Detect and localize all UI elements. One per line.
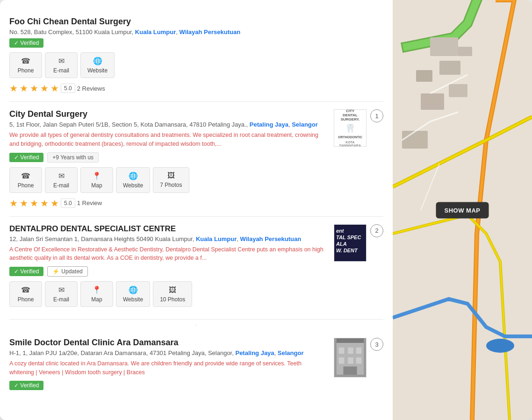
rating-row: ★ ★ ★ ★ ★ 5.0 2 Reviews [9,83,383,94]
map-label: Map [91,182,102,189]
phone-icon: ☎ [21,171,30,180]
svg-rect-9 [337,338,364,343]
verified-badge: ✓ Verified [9,153,43,162]
verified-badge: ✓ Verified [9,267,43,276]
email-icon: ✉ [58,285,65,294]
svg-rect-14 [416,70,432,82]
show-map-button[interactable]: SHOW MAP [436,202,489,218]
star-3: ★ [30,83,38,94]
listings-panel: Foo Chi Chean Dental Surgery No. 528, Ba… [0,0,393,420]
address-link-city[interactable]: Petaling Jaya [235,349,274,356]
thumb-line4: W. DENT [336,247,364,254]
map-button[interactable]: 📍Map [80,167,113,193]
svg-rect-13 [439,61,460,75]
photos-icon: 🖼 [167,171,175,180]
phone-button[interactable]: ☎Phone [9,52,42,78]
svg-rect-17 [449,84,467,97]
verified-badge: ✓ Verified [9,38,43,48]
address-link-region[interactable]: Selangor [278,349,304,356]
thumb-line2: TAL SPEC [336,234,364,241]
listing-number: 2 [370,224,383,237]
website-label: Website [123,296,143,303]
listing-description: We provide all types of general dentistr… [9,131,327,149]
star-1: ★ [9,198,18,209]
address-link-region[interactable]: Wilayah Persekutuan [179,28,240,36]
thumb-line1: ent [336,228,364,234]
star-5: ★ [50,83,59,94]
svg-rect-16 [421,93,444,110]
star-4: ★ [40,83,49,94]
phone-icon: ☎ [21,57,30,65]
star-2: ★ [20,198,28,209]
phone-button[interactable]: ☎Phone [9,167,42,193]
email-button[interactable]: ✉E-mail [45,52,78,78]
listing-number: 3 [370,338,383,351]
address-link-region[interactable]: Selangor [292,121,318,128]
map-panel: SHOW MAP [393,0,532,420]
action-buttons: ☎Phone ✉E-mail 📍Map 🌐Website 🖼10 Photos [9,281,327,307]
photos-button[interactable]: 🖼10 Photos [153,281,192,307]
website-button[interactable]: 🌐Website [80,52,115,78]
listing-foo-chi: Foo Chi Chean Dental Surgery No. 528, Ba… [9,9,383,102]
address-link-city[interactable]: Kuala Lumpur [196,235,237,242]
email-button[interactable]: ✉E-mail [45,167,78,193]
listing-description: A cozy dental clinic located in Ara Dama… [9,359,327,377]
listing-smile-doctor: 3 Smile Doctor Dental Clinic Ara Damansa… [9,330,383,402]
badges: ✓ Verified +9 Years with us [9,152,327,163]
svg-rect-15 [458,47,472,56]
map-button[interactable]: 📍Map [80,281,113,307]
photos-button[interactable]: 🖼7 Photos [153,167,189,193]
address-link-city[interactable]: Petaling Jaya [250,121,288,128]
map-icon: 📍 [92,285,101,294]
website-icon: 🌐 [129,285,138,294]
email-label: E-mail [53,67,69,74]
listing-city-dental: 1 CITY DENTAL SURGERY. 🦷 ORTHODONTIC KOT… [9,102,383,217]
phone-button[interactable]: ☎Phone [9,281,42,307]
review-count: 1 Review [77,199,102,206]
phone-label: Phone [18,182,34,189]
address-link-city[interactable]: Kuala Lumpur [135,28,176,36]
lightning-icon: ⚡ [52,268,59,275]
svg-rect-2 [339,348,345,354]
email-icon: ✉ [58,171,65,180]
svg-rect-8 [343,366,357,374]
listing-address: H-1, 1, Jalan PJU 1a/20e, Dataran Ara Da… [9,349,327,356]
building-thumbnail-svg [334,338,366,377]
svg-rect-7 [356,357,362,364]
action-buttons: ☎Phone ✉E-mail 📍Map 🌐Website 🖼7 Photos [9,167,327,193]
listing-dentalpro: 2 ent TAL SPEC ALA W. DENT DENTALPRO DEN… [9,217,383,320]
action-buttons: ☎Phone ✉E-mail 🌐Website [9,52,383,78]
star-4: ★ [40,198,49,209]
email-button[interactable]: ✉E-mail [45,281,78,307]
map-label: Map [91,296,102,303]
photos-icon: 🖼 [169,286,176,294]
listing-thumbnail [334,338,367,377]
listing-title: City Dental Surgery [9,109,327,119]
thumb-line3: ALA [336,241,364,247]
svg-rect-5 [339,357,345,364]
website-button[interactable]: 🌐Website [116,167,150,193]
star-3: ★ [30,198,38,209]
listing-address: 5, 1st Floor, Jalan Sepah Puteri 5/1B, S… [9,121,327,128]
listing-thumbnail: ent TAL SPEC ALA W. DENT [334,224,367,262]
verified-badge: ✓ Verified [9,381,43,390]
website-label: Website [87,67,108,74]
website-button[interactable]: 🌐Website [116,281,150,307]
star-5: ★ [50,198,59,209]
listing-address: 12, Jalan Sri Semantan 1, Damansara Heig… [9,235,327,242]
separator: · [9,320,383,330]
listing-description: A Centre Of Excellence in Restorative & … [9,245,327,263]
website-label: Website [123,182,143,189]
listing-thumbnail: CITY DENTAL SURGERY. 🦷 ORTHODONTIC KOTA … [334,109,367,147]
svg-rect-18 [402,131,428,149]
address-link-region[interactable]: Wilayah Persekutuan [240,235,302,242]
photos-label: 10 Photos [160,296,185,303]
svg-rect-4 [356,348,362,354]
review-count: 2 Reviews [77,85,105,92]
listing-title: Smile Doctor Dental Clinic Ara Damansara [9,338,327,348]
svg-rect-3 [348,348,353,354]
phone-label: Phone [18,67,34,74]
map-icon: 📍 [92,171,101,180]
rating-value: 5.0 [61,199,75,208]
updated-badge: ⚡Updated [47,266,87,277]
